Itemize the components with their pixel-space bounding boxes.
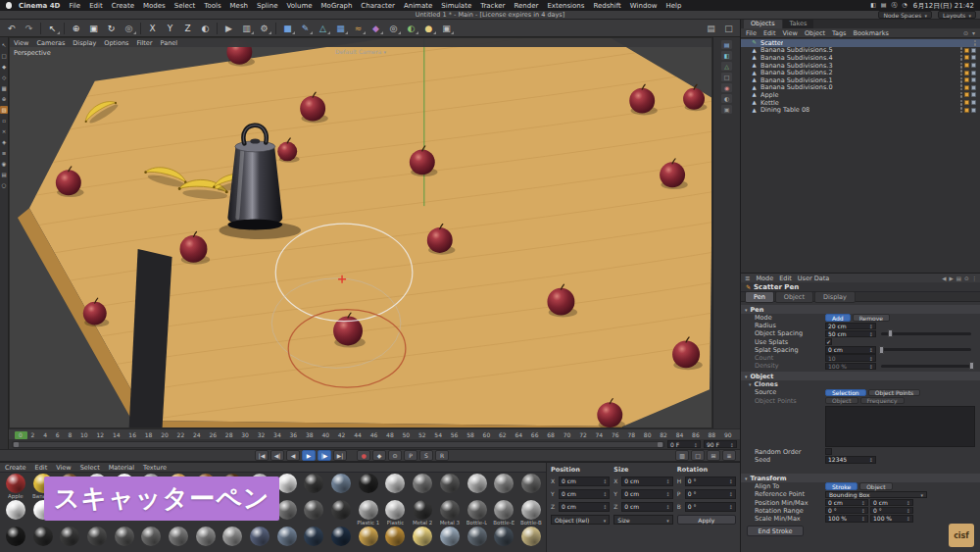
spinner-icon[interactable] — [665, 503, 669, 510]
view-layout-button[interactable]: ▤ — [721, 40, 732, 49]
material-item[interactable] — [409, 527, 436, 552]
redo-button[interactable]: ↷ — [21, 21, 37, 35]
material-sphere[interactable] — [521, 527, 541, 546]
rotate-tool-button[interactable]: ↻ — [103, 21, 120, 35]
attr-dropdown-reference-point[interactable]: Bounding Box — [825, 491, 927, 498]
coords-mode-dropdown[interactable]: Object (Rel) — [551, 515, 610, 525]
viewport-menu-panel[interactable]: Panel — [161, 39, 178, 47]
layouts-dropdown[interactable]: Layouts — [938, 11, 976, 19]
om-menu-bookmarks[interactable]: Bookmarks — [853, 29, 888, 37]
frame-tick-86[interactable]: 86 — [692, 431, 700, 438]
attr-tab-pen[interactable]: Pen — [745, 291, 774, 303]
om-menu-file[interactable]: File — [746, 29, 757, 37]
workplane-mode-button[interactable]: ▫ — [0, 117, 8, 125]
material-sphere[interactable] — [6, 527, 25, 546]
material-menu-edit[interactable]: Edit — [35, 464, 48, 472]
attr-btn-align-to-object[interactable]: Object — [859, 482, 893, 489]
material-menu-material[interactable]: Material — [109, 464, 134, 472]
material-sphere[interactable] — [6, 474, 25, 493]
material-sphere[interactable] — [359, 527, 378, 546]
attr-btn-mode-add[interactable]: Add — [825, 314, 851, 321]
om-menu-object[interactable]: Object — [805, 29, 825, 37]
material-item-plastic-1[interactable]: Plastic 1 — [355, 500, 382, 527]
visibility-dots[interactable] — [960, 63, 963, 69]
om-menu-edit[interactable]: Edit — [763, 29, 776, 37]
frame-tick-50[interactable]: 50 — [402, 431, 410, 438]
frame-tick-60[interactable]: 60 — [483, 431, 491, 438]
frame-tick-16[interactable]: 16 — [128, 431, 136, 438]
frame-tick-46[interactable]: 46 — [370, 431, 378, 438]
object-tag-icon[interactable] — [964, 77, 969, 82]
section-header-transform[interactable]: Transform — [741, 474, 980, 482]
visibility-dots[interactable] — [960, 100, 963, 106]
material-item[interactable] — [246, 527, 273, 552]
spinner-icon[interactable] — [906, 515, 910, 522]
spinner-icon[interactable] — [729, 503, 733, 510]
polygon-mode-button[interactable]: ▦ — [0, 84, 8, 92]
coords-field-size-x[interactable]: 0 cm — [621, 477, 672, 486]
frame-tick-64[interactable]: 64 — [514, 431, 522, 438]
frame-tick-24[interactable]: 24 — [193, 431, 201, 438]
history-back-icon[interactable]: ◀ — [942, 276, 946, 281]
display-icon[interactable]: ◧ — [870, 1, 876, 10]
material-item[interactable] — [83, 527, 111, 552]
material-sphere[interactable] — [385, 474, 405, 493]
tab-takes[interactable]: Takes — [783, 19, 814, 28]
layout-b-button[interactable]: □ — [720, 21, 737, 35]
spinner-icon[interactable] — [730, 441, 734, 448]
frame-tick-90[interactable]: 90 — [724, 431, 732, 438]
camera-selector[interactable]: Default Camera — [335, 48, 386, 55]
timeline-scrollbar[interactable] — [12, 441, 664, 448]
panel-layout-icon[interactable]: ▤ — [956, 276, 961, 281]
menubar-item-select[interactable]: Select — [174, 2, 196, 10]
slider-handle[interactable] — [879, 346, 884, 354]
material-sphere[interactable] — [467, 500, 487, 520]
apple-menu-icon[interactable] — [6, 2, 12, 9]
timeline-panel-button[interactable]: ▥ — [675, 450, 689, 461]
material-sphere[interactable] — [440, 527, 460, 546]
dining-table-object[interactable] — [29, 38, 711, 427]
menubar-item-spline[interactable]: Spline — [257, 2, 278, 10]
render-settings-button[interactable]: ⚙ — [256, 21, 272, 35]
material-sphere[interactable] — [277, 527, 297, 546]
object-tag-icon[interactable] — [971, 108, 976, 113]
frame-tick-40[interactable]: 40 — [321, 431, 329, 438]
object-tag-icon[interactable] — [971, 71, 976, 75]
material-item-bottle-l[interactable]: Bottle-L — [464, 500, 491, 527]
keyframe-selection-button[interactable]: ⊙ — [388, 450, 402, 461]
node-spaces-dropdown[interactable]: Node Spaces — [878, 11, 932, 19]
material-sphere[interactable] — [6, 500, 25, 520]
spinner-icon[interactable] — [603, 477, 607, 484]
viewport-menu-filter[interactable]: Filter — [136, 39, 152, 47]
record-keyframe-button[interactable]: ● — [357, 450, 370, 461]
material-sphere[interactable] — [331, 474, 351, 493]
material-sphere[interactable] — [494, 474, 514, 493]
coords-field-rotation-p[interactable]: 0 ° — [685, 489, 736, 499]
light-button[interactable]: ● — [420, 21, 437, 35]
coords-field-position-z[interactable]: 0 cm — [559, 502, 610, 512]
frame-tick-6[interactable]: 6 — [56, 431, 60, 438]
attr-field-splat-spacing[interactable]: 0 cm — [825, 346, 876, 353]
material-menu-create[interactable]: Create — [5, 464, 26, 472]
render-picture-viewer-button[interactable]: ▥ — [238, 21, 255, 35]
frame-tick-14[interactable]: 14 — [113, 431, 121, 438]
material-sphere[interactable] — [359, 474, 378, 493]
frame-tick-42[interactable]: 42 — [338, 431, 346, 438]
input-source-icon[interactable]: Ⓐ — [892, 1, 898, 10]
layout-a-button[interactable]: ▤ — [703, 21, 719, 35]
key-scale-button[interactable]: S — [419, 450, 433, 461]
material-sphere[interactable] — [521, 500, 541, 520]
object-tag-icon[interactable] — [971, 63, 976, 68]
play-button[interactable]: ▶ — [302, 450, 316, 461]
attr-menu-user-data[interactable]: User Data — [798, 275, 829, 282]
material-item[interactable] — [192, 527, 220, 552]
texture-mode-button[interactable]: ▧ — [0, 106, 8, 114]
spinner-icon[interactable] — [665, 490, 669, 497]
undo-button[interactable]: ↶ — [3, 21, 20, 35]
autokey-button[interactable]: ◆ — [372, 450, 386, 461]
coords-field-rotation-h[interactable]: 0 ° — [685, 477, 736, 486]
axis-toggle-button[interactable]: △ — [721, 62, 732, 71]
attr-btn-mode-remove[interactable]: Remove — [853, 314, 890, 321]
goto-start-button[interactable]: |◀ — [255, 450, 269, 461]
subdivision-surface-button[interactable]: △ — [315, 21, 331, 35]
